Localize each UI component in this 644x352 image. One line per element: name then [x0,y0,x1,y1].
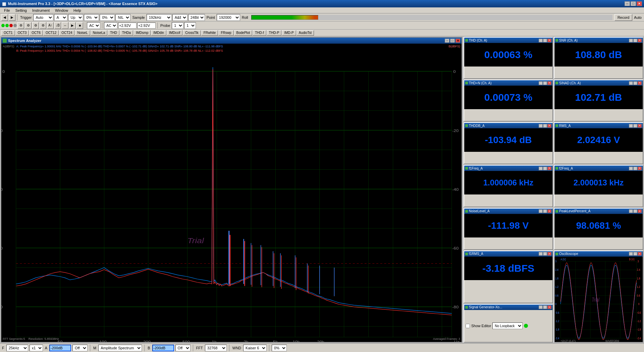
meas-noisela[interactable]: NoiseLa [91,30,108,36]
close-button[interactable]: ✕ [637,1,642,6]
x1-select[interactable]: x1 [30,345,43,351]
meas-imdccif[interactable]: IMDccif [167,30,182,36]
tb-btn-1[interactable]: ◀ [1,14,8,21]
tb-icon-4[interactable]: ⚙ [40,22,46,29]
meas-oct3[interactable]: OCT3 [15,30,29,36]
voltage2-input[interactable] [137,23,156,29]
pct-select[interactable]: 0% [272,345,287,351]
off-select1[interactable]: Off [72,345,88,351]
thdn-maximize[interactable]: □ [543,81,547,85]
maximize-button[interactable]: □ [631,1,636,6]
meas-imdsmp[interactable]: IMDsmp [133,30,151,36]
voltage1-input[interactable] [118,23,137,29]
tb-icon-7[interactable]: ↔ [62,22,68,29]
record-button[interactable]: Record [614,14,632,21]
rms-close[interactable]: ✕ [638,124,642,128]
f2freq-close[interactable]: ✕ [638,167,642,170]
f2freq-minimize[interactable]: ─ [629,167,633,170]
osc-maximize[interactable]: □ [633,252,637,256]
rms-maximize[interactable]: □ [633,124,637,128]
trigger-select[interactable]: Auto [33,14,53,21]
rms-minimize[interactable]: ─ [629,124,633,128]
sig-gen-minimize[interactable]: ─ [539,305,543,309]
thddb-maximize[interactable]: □ [543,124,547,128]
thdn-minimize[interactable]: ─ [539,81,543,85]
wnd-select[interactable]: Kaiser 6 [243,345,267,351]
snr-minimize[interactable]: ─ [629,39,633,42]
thdn-close[interactable]: ✕ [547,81,551,85]
noiselevel-maximize[interactable]: □ [543,209,547,213]
ac-select1[interactable]: AC [87,22,100,29]
menu-help[interactable]: Help [71,8,84,13]
loopback-select[interactable]: No Loopback [492,322,523,329]
probe-select1[interactable]: 1 [172,22,183,29]
tb-icon-2[interactable]: ⚙ [25,22,32,29]
tb-icon-3[interactable]: ⚙ [32,22,39,29]
sig-gen-close[interactable]: ✕ [547,305,551,309]
meas-imddin[interactable]: IMDdin [151,30,166,36]
nil-select[interactable]: NIL [115,14,130,21]
meas-imdp[interactable]: IMD-P [282,30,296,36]
sinad-minimize[interactable]: ─ [629,81,633,85]
spectrum-maximize[interactable]: □ [450,39,455,43]
snr-maximize[interactable]: □ [633,39,637,42]
b-input[interactable] [152,345,174,351]
sig-gen-maximize[interactable]: □ [543,305,547,309]
off-select2[interactable]: Off [175,345,191,351]
osc-minimize[interactable]: ─ [629,252,633,256]
tb-icon-9[interactable]: ■ [76,22,83,29]
spectrum-minimize[interactable]: ─ [445,39,449,43]
peaklevel-close[interactable]: ✕ [638,209,642,213]
meas-noisel[interactable]: NoiseL [75,30,90,36]
menu-setting[interactable]: Setting [13,8,30,13]
sinad-close[interactable]: ✕ [638,81,642,85]
meas-frswp[interactable]: FRswp [218,30,233,36]
fft-select[interactable]: 32768 [205,345,227,351]
channel-select[interactable]: A [54,14,67,21]
meas-thd[interactable]: THD [108,30,119,36]
meas-frwhite[interactable]: FRwhite [201,30,218,36]
pct2-select[interactable]: 0% [100,14,115,21]
menu-window[interactable]: Window [52,8,71,13]
f1freq-close[interactable]: ✕ [547,167,551,170]
tb-icon-8[interactable]: ▶ [69,22,76,29]
meas-crosstlk[interactable]: CrossTlk [183,30,201,36]
spectrum-close[interactable]: ✕ [455,39,460,43]
a-input[interactable] [49,345,71,351]
f1freq-maximize[interactable]: □ [543,167,547,170]
f2freq-maximize[interactable]: □ [633,167,637,170]
meas-oct6[interactable]: OCT6 [29,30,43,36]
bitdepth-select[interactable]: 24Bit [188,14,205,21]
meas-audiotst[interactable]: AudioTst [297,30,314,36]
ac-select2[interactable]: AC [104,22,117,29]
menu-instrument[interactable]: Instrument [30,8,52,13]
thd-maximize[interactable]: □ [543,39,547,42]
f1freq-minimize[interactable]: ─ [539,167,543,170]
f-select[interactable]: 25kHz [6,345,28,351]
f1rms-minimize[interactable]: ─ [539,252,543,256]
meas-oct1[interactable]: OCT1 [1,30,15,36]
osc-close[interactable]: ✕ [638,252,642,256]
updown-select[interactable]: Up [68,14,83,21]
sample-rate-select[interactable]: 192kHz [147,14,172,21]
pct1-select[interactable]: 0% [84,14,99,21]
meas-oct24[interactable]: OCT24 [59,30,74,36]
peaklevel-minimize[interactable]: ─ [629,209,633,213]
ab-select[interactable]: A&B [172,14,187,21]
point-select[interactable]: 192000 [217,14,240,21]
f1rms-maximize[interactable]: □ [543,252,547,256]
tb-icon-1[interactable]: ⚙ [17,22,24,29]
meas-thda[interactable]: THDa [120,30,133,36]
show-editor-checkbox[interactable] [466,324,470,328]
noiselevel-minimize[interactable]: ─ [539,209,543,213]
noiselevel-close[interactable]: ✕ [547,209,551,213]
sinad-maximize[interactable]: □ [633,81,637,85]
probe-select2[interactable]: 1 [184,22,196,29]
snr-close[interactable]: ✕ [638,39,642,42]
tb-icon-5[interactable]: A↑ [47,22,54,29]
tb-icon-6[interactable]: ↓B [54,22,61,29]
thddb-close[interactable]: ✕ [547,124,551,128]
mode-select[interactable]: Amplitude Spectrum [98,345,142,351]
thd-minimize[interactable]: ─ [539,39,543,42]
meas-thdf[interactable]: THD-f [253,30,266,36]
